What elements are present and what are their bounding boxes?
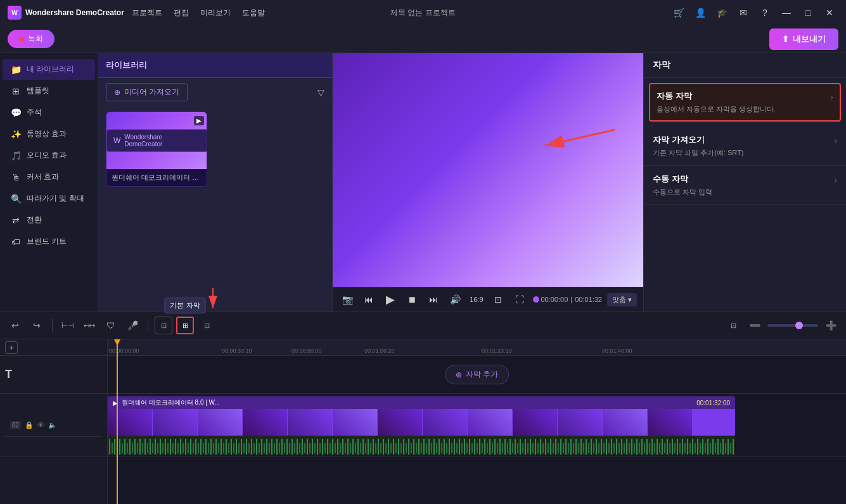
manual-caption-desc: 수동으로 자막 입력 — [653, 187, 712, 197]
media-item[interactable]: W Wondershare DemoCreator ▶ 원더쉐어 데모크리에이터… — [106, 111, 207, 187]
visible-icon[interactable]: 👁 — [37, 421, 44, 429]
sidebar-item-video-effects[interactable]: ✨ 동영상 효과 — [3, 123, 95, 144]
transitions-icon: ⇄ — [10, 215, 22, 225]
redo-button[interactable]: ↪ — [28, 317, 46, 334]
stop-button[interactable]: ⏹ — [404, 291, 420, 308]
next-frame-button[interactable]: ⏭ — [425, 291, 442, 308]
video-thumb-6 — [333, 409, 377, 436]
caption-active-button[interactable]: ⊞ 기본 자막 — [176, 317, 194, 334]
filter-icon[interactable]: ▽ — [317, 87, 324, 98]
left-sidebar: 📁 내 라이브러리 ⊞ 템플릿 💬 주석 ✨ 동영상 효과 🎵 오디오 효과 🖱 — [0, 53, 98, 312]
sidebar-item-annotations[interactable]: 💬 주석 — [3, 102, 95, 123]
chevron-right-icon-3: › — [834, 175, 837, 185]
preview-controls: 📷 ⏮ ▶ ⏹ ⏭ 🔊 16:9 ⊡ ⛶ 00:00:00 | 00:01:32 — [333, 287, 643, 312]
manual-caption-option[interactable]: 수동 자막 수동으로 자막 입력 › — [644, 166, 846, 205]
pan-zoom-icon: 🔍 — [10, 194, 22, 204]
maximize-icon[interactable]: □ — [799, 4, 817, 22]
sidebar-item-templates[interactable]: ⊞ 템플릿 — [3, 80, 95, 101]
video-clip-duration: 00:01:32:00 — [696, 400, 730, 406]
menu-edit[interactable]: 편집 — [174, 8, 189, 18]
track-02-num: 02 — [10, 421, 21, 429]
import-caption-option[interactable]: 자막 가져오기 기존 자막 파일 추가(예: SRT) › — [644, 127, 846, 166]
cursor-effects-icon: 🖱 — [10, 172, 22, 182]
crop-button[interactable]: ⊡ — [490, 291, 506, 308]
close-icon[interactable]: ✕ — [821, 4, 838, 22]
account-icon[interactable]: 👤 — [691, 4, 709, 22]
sidebar-label-pan-zoom: 따라가기 및 확대 — [27, 193, 84, 204]
screenshot-button[interactable]: 📷 — [339, 291, 356, 308]
caption-btn-icon: ⊞ — [183, 322, 188, 330]
undo-button[interactable]: ↩ — [6, 317, 24, 334]
zoom-in-frame-button[interactable]: ⊡ — [724, 317, 742, 334]
menu-preview[interactable]: 미리보기 — [200, 8, 231, 18]
shop-icon[interactable]: 🛒 — [670, 4, 688, 22]
ruler-mark-5: 00:01:40:00 — [602, 348, 632, 354]
sidebar-item-cursor-effects[interactable]: 🖱 커서 효과 — [3, 167, 95, 187]
mark-button[interactable]: 🛡 — [102, 317, 120, 334]
volume-button[interactable]: 🔊 — [447, 291, 463, 308]
sidebar-item-library[interactable]: 📁 내 라이브러리 — [3, 59, 95, 80]
ruler-mark-4: 00:01:23:10 — [482, 348, 512, 354]
menu-project[interactable]: 프로젝트 — [132, 8, 162, 18]
fit-chevron-icon: ▾ — [628, 296, 632, 304]
export-icon: ⬆ — [782, 34, 789, 44]
trim-button[interactable]: ↤↦ — [80, 317, 98, 334]
help-icon[interactable]: ? — [756, 4, 774, 22]
library-panel: 라이브러리 ⊕ 미디어 가져오기 ▽ W Wondershare DemoCre… — [98, 53, 333, 312]
video-track-02-label: 02 🔒 👁 🔈 — [0, 394, 107, 457]
zoom-in-button[interactable]: ➕ — [822, 317, 840, 334]
preview-video — [333, 53, 643, 287]
sidebar-item-brand-kit[interactable]: 🏷 브랜드 키트 — [3, 231, 95, 252]
annotations-icon: 💬 — [10, 108, 22, 118]
ratio-button[interactable]: 16:9 — [468, 291, 485, 308]
export-button[interactable]: ⬆ 내보내기 — [769, 28, 838, 50]
library-header: 라이브러리 — [98, 53, 332, 78]
mic-button[interactable]: 🎤 — [124, 317, 141, 334]
app-name: Wondershare DemoCreator — [25, 8, 124, 17]
zoom-slider[interactable] — [767, 324, 818, 327]
import-media-button[interactable]: ⊕ 미디어 가져오기 — [106, 83, 188, 101]
lock-icon[interactable]: 🔒 — [25, 421, 34, 429]
add-caption-plus-icon: ⊕ — [456, 370, 462, 379]
play-button[interactable]: ▶ — [382, 291, 399, 308]
fit-button[interactable]: 맞춤 ▾ — [607, 293, 637, 306]
timeline-track-labels: + T 02 🔒 👁 🔈 — [0, 339, 108, 504]
mute-icon[interactable]: 🔈 — [48, 421, 57, 429]
menu-help[interactable]: 도움말 — [242, 8, 265, 18]
video-clip-header: ▶ 원더쉐어 데모크리에이터 8.0 | W... 00:01:32:00 — [108, 396, 735, 409]
playhead[interactable] — [117, 339, 118, 504]
minimize-icon[interactable]: — — [778, 4, 795, 22]
logo-icon: W — [8, 6, 22, 20]
progress-bar[interactable] — [533, 298, 535, 301]
caption-frame-button[interactable]: ⊡ — [155, 317, 172, 334]
sidebar-item-transitions[interactable]: ⇄ 전환 — [3, 210, 95, 230]
manual-caption-title: 수동 자막 — [653, 173, 712, 185]
import-label: 미디어 가져오기 — [124, 87, 179, 98]
caption-header: 자막 — [644, 53, 846, 78]
zoom-out-button[interactable]: ➖ — [746, 317, 764, 334]
record-button[interactable]: 녹화 — [8, 30, 54, 48]
import-plus-icon: ⊕ — [114, 88, 120, 97]
prev-frame-button[interactable]: ⏮ — [361, 291, 377, 308]
learn-icon[interactable]: 🎓 — [713, 4, 731, 22]
chevron-right-icon-2: › — [834, 135, 837, 146]
add-caption-button[interactable]: ⊕ 자막 추가 — [445, 365, 509, 384]
media-title: 원더쉐어 데모크리에이터 8... — [106, 169, 207, 186]
fullscreen-button[interactable]: ⛶ — [511, 291, 528, 308]
toolbar-divider-2 — [148, 319, 148, 332]
mail-icon[interactable]: ✉ — [734, 4, 752, 22]
video-thumb-2 — [153, 409, 197, 436]
window-controls: 🛒 👤 🎓 ✉ ? — □ ✕ — [670, 4, 838, 22]
add-track-button[interactable]: + — [5, 341, 18, 354]
thumbnail-text: Wondershare DemoCreator — [124, 134, 201, 148]
library-content: W Wondershare DemoCreator ▶ 원더쉐어 데모크리에이터… — [98, 106, 332, 312]
sidebar-item-audio-effects[interactable]: 🎵 오디오 효과 — [3, 145, 95, 166]
chevron-right-icon: › — [830, 92, 833, 102]
auto-caption-option[interactable]: 자동 자막 음성에서 자동으로 자막을 생성합니다. › — [649, 83, 841, 122]
app-logo: W Wondershare DemoCreator — [8, 6, 124, 20]
sidebar-item-pan-zoom[interactable]: 🔍 따라가기 및 확대 — [3, 188, 95, 209]
caption-extra-button[interactable]: ⊡ — [198, 317, 215, 334]
split-button[interactable]: ⊢⊣ — [59, 317, 77, 334]
video-thumb-7 — [378, 409, 422, 436]
video-clip[interactable]: ▶ 원더쉐어 데모크리에이터 8.0 | W... 00:01:32:00 — [108, 396, 735, 455]
